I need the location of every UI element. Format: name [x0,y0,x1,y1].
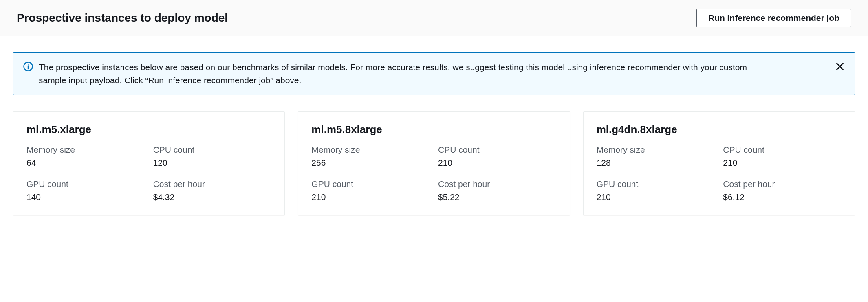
content-area: The prospective instances below are base… [0,36,868,224]
metric-label: Memory size [311,145,430,155]
metric-value: 256 [311,158,430,168]
metric-label: GPU count [311,179,430,189]
close-icon[interactable] [835,62,845,71]
metric-label: CPU count [723,145,842,155]
metric-gpu-count: GPU count 140 [26,179,145,202]
metric-label: Memory size [26,145,145,155]
alert-left: The prospective instances below are base… [23,61,772,87]
instance-card: ml.m5.8xlarge Memory size 256 CPU count … [298,111,570,215]
instance-name: ml.g4dn.8xlarge [597,123,842,136]
metric-value: 140 [26,192,145,202]
metric-label: Cost per hour [438,179,557,189]
metric-label: Cost per hour [153,179,272,189]
metric-value: 210 [438,158,557,168]
metric-value: 210 [723,158,842,168]
metric-value: 64 [26,158,145,168]
instance-cards: ml.m5.xlarge Memory size 64 CPU count 12… [13,111,855,215]
metric-label: CPU count [438,145,557,155]
metric-label: GPU count [597,179,715,189]
metric-cpu-count: CPU count 120 [153,145,272,168]
header-bar: Prospective instances to deploy model Ru… [0,0,868,36]
metric-value: 120 [153,158,272,168]
metric-memory-size: Memory size 128 [597,145,715,168]
metric-value: $5.22 [438,192,557,202]
metric-memory-size: Memory size 256 [311,145,430,168]
metric-cpu-count: CPU count 210 [438,145,557,168]
instance-name: ml.m5.8xlarge [311,123,556,136]
metric-cost-per-hour: Cost per hour $5.22 [438,179,557,202]
metric-gpu-count: GPU count 210 [597,179,715,202]
metric-label: Memory size [597,145,715,155]
metric-gpu-count: GPU count 210 [311,179,430,202]
svg-point-2 [28,64,29,64]
metric-cpu-count: CPU count 210 [723,145,842,168]
instance-metrics: Memory size 128 CPU count 210 GPU count … [597,145,842,202]
instance-card: ml.g4dn.8xlarge Memory size 128 CPU coun… [583,111,855,215]
metric-value: $6.12 [723,192,842,202]
alert-message: The prospective instances below are base… [39,61,772,87]
metric-value: 128 [597,158,715,168]
instance-name: ml.m5.xlarge [26,123,271,136]
metric-label: Cost per hour [723,179,842,189]
run-inference-recommender-button[interactable]: Run Inference recommender job [696,9,851,27]
page-title: Prospective instances to deploy model [17,11,228,24]
instance-metrics: Memory size 256 CPU count 210 GPU count … [311,145,556,202]
metric-value: 210 [311,192,430,202]
metric-label: CPU count [153,145,272,155]
metric-cost-per-hour: Cost per hour $4.32 [153,179,272,202]
metric-cost-per-hour: Cost per hour $6.12 [723,179,842,202]
metric-label: GPU count [26,179,145,189]
instance-card: ml.m5.xlarge Memory size 64 CPU count 12… [13,111,285,215]
info-alert: The prospective instances below are base… [13,52,855,95]
metric-value: 210 [597,192,715,202]
info-icon [23,62,33,71]
metric-memory-size: Memory size 64 [26,145,145,168]
metric-value: $4.32 [153,192,272,202]
instance-metrics: Memory size 64 CPU count 120 GPU count 1… [26,145,271,202]
